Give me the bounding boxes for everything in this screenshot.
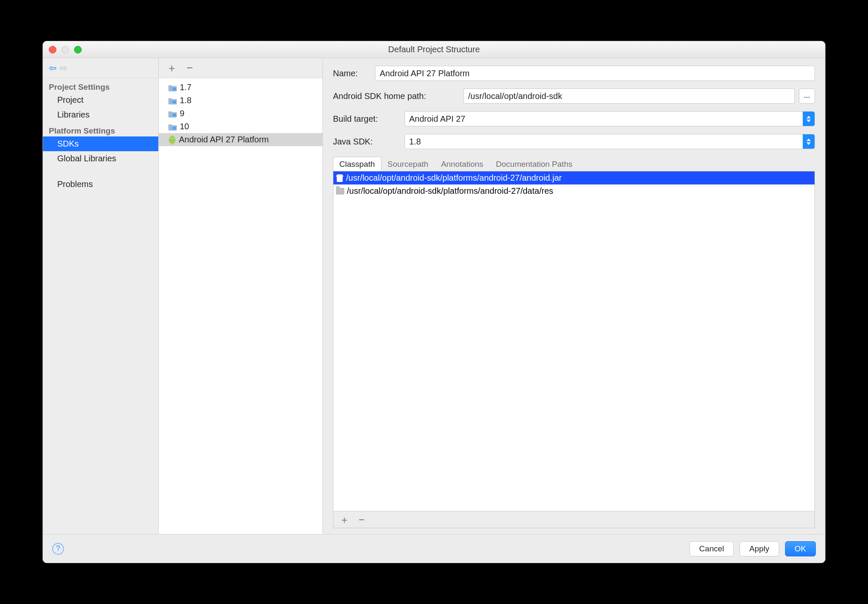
classpath-path: /usr/local/opt/android-sdk/platforms/and… [346, 173, 562, 183]
sdk-item[interactable]: 1.7 [159, 81, 322, 94]
detail-tabs: Classpath Sourcepath Annotations Documen… [333, 157, 815, 171]
add-icon[interactable]: ＋ [339, 513, 349, 526]
build-target-select[interactable]: Android API 27 [405, 111, 815, 126]
name-label: Name: [333, 69, 375, 78]
svg-rect-0 [173, 88, 176, 90]
help-icon[interactable]: ? [52, 543, 64, 555]
nav-item-problems[interactable]: Problems [43, 177, 158, 192]
titlebar: Default Project Structure [43, 41, 825, 58]
folder-icon [336, 188, 344, 195]
jdk-folder-icon [168, 110, 177, 118]
sdk-item-label: 1.7 [180, 83, 192, 92]
svg-rect-3 [173, 127, 176, 129]
classpath-list: /usr/local/opt/android-sdk/platforms/and… [333, 171, 815, 511]
remove-icon[interactable]: − [186, 61, 193, 75]
cancel-button[interactable]: Cancel [690, 541, 734, 556]
java-sdk-label: Java SDK: [333, 137, 405, 147]
detail-panel: Name: Android SDK home path: ... Build t… [323, 58, 825, 534]
dialog-window: Default Project Structure ⇦ ⇨ Project Se… [43, 41, 825, 563]
jdk-folder-icon [168, 84, 177, 91]
chevron-up-down-icon [803, 112, 815, 126]
nav-item-global-libraries[interactable]: Global Libraries [43, 151, 158, 166]
android-icon [168, 135, 176, 144]
java-sdk-select[interactable]: 1.8 [405, 134, 815, 149]
forward-icon: ⇨ [60, 63, 67, 74]
sdk-home-label: Android SDK home path: [333, 91, 463, 101]
sdk-home-input[interactable] [463, 88, 795, 104]
nav-section-project: Project Settings [43, 78, 158, 93]
classpath-entry[interactable]: /usr/local/opt/android-sdk/platforms/and… [333, 184, 815, 198]
add-icon[interactable]: ＋ [166, 61, 177, 75]
nav-item-libraries[interactable]: Libraries [43, 107, 158, 122]
build-target-label: Build target: [333, 114, 405, 124]
sdk-item-label: 1.8 [180, 96, 192, 105]
tab-classpath[interactable]: Classpath [333, 157, 381, 171]
tab-sourcepath[interactable]: Sourcepath [381, 157, 435, 171]
jar-icon [336, 174, 343, 182]
chevron-up-down-icon [803, 134, 815, 149]
browse-button[interactable]: ... [799, 88, 815, 104]
remove-icon[interactable]: − [359, 514, 365, 526]
sdk-item[interactable]: 10 [159, 120, 322, 133]
sdk-item-label: Android API 27 Platform [179, 135, 269, 144]
jdk-folder-icon [168, 123, 177, 131]
tab-annotations[interactable]: Annotations [435, 157, 490, 171]
ok-button[interactable]: OK [785, 541, 816, 556]
svg-rect-2 [173, 114, 176, 116]
left-nav: ⇦ ⇨ Project Settings Project Libraries P… [43, 58, 159, 534]
dialog-footer: ? Cancel Apply OK [43, 534, 825, 563]
window-title: Default Project Structure [43, 45, 825, 54]
svg-rect-1 [173, 101, 176, 103]
nav-item-project[interactable]: Project [43, 93, 158, 107]
name-input[interactable] [375, 66, 815, 81]
sdk-item[interactable]: Android API 27 Platform [159, 133, 322, 146]
classpath-panel: /usr/local/opt/android-sdk/platforms/and… [333, 171, 815, 528]
svg-rect-4 [337, 174, 343, 182]
sdk-item[interactable]: 1.8 [159, 94, 322, 107]
svg-rect-5 [336, 176, 343, 176]
sdk-item[interactable]: 9 [159, 107, 322, 120]
back-icon[interactable]: ⇦ [49, 63, 56, 74]
nav-item-sdks[interactable]: SDKs [43, 136, 158, 151]
java-sdk-value: 1.8 [409, 137, 421, 147]
build-target-value: Android API 27 [409, 114, 465, 124]
sdk-tree: 1.7 1.8 9 10 Android API 27 Platform [159, 78, 322, 534]
sdk-list-panel: ＋ − 1.7 1.8 9 10 [159, 58, 323, 534]
classpath-toolbar: ＋ − [333, 511, 815, 528]
nav-history: ⇦ ⇨ [43, 58, 158, 78]
sdk-item-label: 10 [180, 122, 189, 131]
jdk-folder-icon [168, 97, 177, 104]
sdk-list-toolbar: ＋ − [159, 58, 322, 78]
nav-section-platform: Platform Settings [43, 122, 158, 136]
classpath-entry[interactable]: /usr/local/opt/android-sdk/platforms/and… [333, 171, 815, 184]
classpath-path: /usr/local/opt/android-sdk/platforms/and… [347, 186, 553, 196]
tab-documentation-paths[interactable]: Documentation Paths [490, 157, 579, 171]
apply-button[interactable]: Apply [740, 541, 779, 556]
sdk-item-label: 9 [180, 109, 184, 118]
